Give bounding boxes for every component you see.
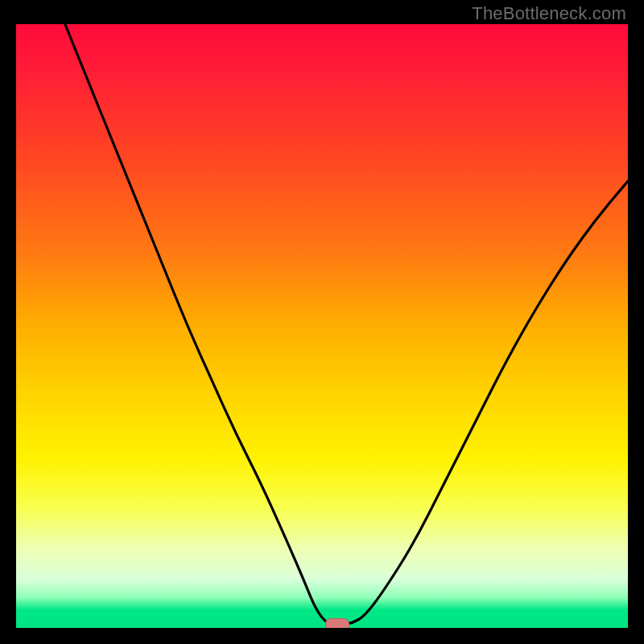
chart-frame xyxy=(16,24,628,628)
curve-svg xyxy=(16,24,628,628)
plot-area xyxy=(16,24,628,628)
optimum-marker xyxy=(325,618,349,628)
bottleneck-curve xyxy=(65,24,628,625)
watermark-text: TheBottleneck.com xyxy=(472,3,626,24)
